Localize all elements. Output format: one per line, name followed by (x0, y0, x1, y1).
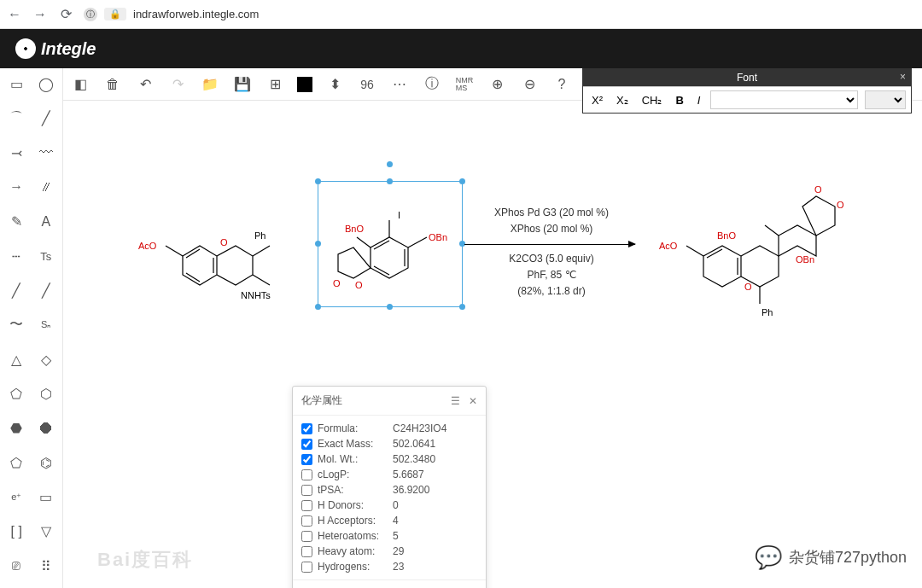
back-button[interactable]: ← (7, 7, 22, 22)
save-button[interactable]: 💾 (232, 74, 253, 95)
molecule-3[interactable]: AcO BnO OBn O Ph O O (652, 154, 874, 324)
property-value: 5 (393, 530, 399, 542)
property-row: Heteroatoms: 5 (301, 528, 477, 544)
bond1-tool[interactable]: ╱ (2, 277, 32, 305)
property-value: 5.6687 (393, 469, 424, 480)
font-panel-close[interactable]: × (900, 71, 906, 83)
canvas[interactable]: ◧ 🗑 ↶ ↷ 📁 💾 ⊞ ⬍ 96 ⋯ ⓘ NMRMS ⊕ ⊖ ? Font … (63, 68, 922, 588)
svg-text:NNHTs: NNHTs (241, 290, 271, 300)
fill-color-button[interactable] (297, 77, 312, 92)
hexagon-tool[interactable]: ⬡ (32, 380, 61, 408)
property-label: Heteroatoms: (318, 530, 388, 542)
forward-button[interactable]: → (32, 7, 48, 22)
heptagon-tool[interactable]: ⬣ (2, 414, 32, 442)
svg-text:AcO: AcO (138, 241, 157, 251)
benzene-tool[interactable]: ⌬ (32, 449, 61, 477)
dots-tool[interactable]: ⠿ (32, 552, 61, 580)
zoom-in-button[interactable]: ⊕ (487, 74, 507, 95)
info-icon: ⓘ (84, 8, 97, 21)
dash-tool[interactable]: ┄ (2, 242, 32, 271)
ch2-button[interactable]: CH₂ (639, 92, 666, 108)
property-row: Heavy atom: 29 (301, 544, 477, 559)
octagon-tool[interactable]: ⯃ (32, 414, 61, 442)
hatch-tool[interactable]: ⫽ (32, 173, 61, 201)
property-value: 0 (393, 499, 399, 511)
logo-icon (15, 38, 36, 59)
property-row: tPSA: 36.9200 (301, 482, 477, 498)
bond2-tool[interactable]: ╱ (32, 277, 61, 305)
property-checkbox[interactable] (301, 469, 312, 480)
trash-button[interactable]: 🗑 (102, 74, 123, 95)
property-value: 23 (393, 561, 404, 573)
url-bar[interactable]: ⓘ 🔒 indrawforweb.integle.com (84, 8, 915, 21)
font-size-select[interactable] (865, 90, 906, 109)
property-value: 4 (393, 515, 399, 527)
pentagon2-tool[interactable]: ⬠ (2, 449, 32, 477)
reaction-arrow[interactable] (464, 244, 635, 245)
diamond-tool[interactable]: ◇ (32, 346, 61, 374)
property-checkbox[interactable] (301, 439, 312, 450)
arrow-tool[interactable]: → (2, 173, 32, 201)
info-button[interactable]: ⓘ (422, 74, 442, 95)
svg-text:I: I (398, 210, 400, 220)
triangle-tool[interactable]: △ (2, 346, 32, 374)
reload-button[interactable]: ⟳ (58, 7, 73, 22)
property-checkbox[interactable] (301, 562, 312, 573)
property-value: C24H23IO4 (393, 422, 446, 434)
property-row: Exact Mass: 502.0641 (301, 436, 477, 451)
properties-menu-icon[interactable]: ☰ (451, 395, 460, 407)
property-label: H Acceptors: (318, 515, 388, 527)
wavy-tool[interactable]: 〰 (32, 139, 61, 167)
sn-tool[interactable]: Sₙ (32, 311, 61, 339)
lasso-tool[interactable]: ◯ (32, 70, 61, 98)
charge-tool[interactable]: e⁺ (2, 483, 32, 511)
line-tool[interactable]: ╱ (32, 104, 61, 132)
svg-text:O: O (814, 184, 822, 195)
funnel-tool[interactable]: ▽ (32, 517, 61, 545)
open-button[interactable]: 📁 (200, 74, 220, 95)
pen-tool[interactable]: ✎ (2, 207, 32, 236)
arc-tool[interactable]: ⌒ (2, 104, 32, 132)
properties-close-icon[interactable]: ✕ (469, 395, 477, 407)
zoom-level[interactable]: 96 (357, 74, 377, 95)
property-checkbox[interactable] (301, 423, 312, 434)
molecule-1[interactable]: Ph O AcO NNHTs (131, 179, 285, 307)
property-checkbox[interactable] (301, 454, 312, 465)
superscript-button[interactable]: X² (588, 92, 606, 108)
more-button[interactable]: ⋯ (389, 74, 410, 95)
help-button[interactable]: ? (551, 74, 572, 95)
font-family-select[interactable] (710, 90, 858, 109)
bracket-tool[interactable]: [ ] (2, 517, 32, 545)
zoom-out-button[interactable]: ⊖ (519, 74, 540, 95)
redo-button[interactable]: ↷ (167, 74, 188, 95)
font-panel: Font × X² X₂ CH₂ B I (582, 68, 912, 114)
align-button[interactable]: ⬍ (324, 74, 345, 95)
bold-button[interactable]: B (672, 92, 686, 108)
property-row: Hydrogens: 23 (301, 559, 477, 574)
svg-text:BnO: BnO (345, 224, 364, 234)
eraser-button[interactable]: ◧ (70, 74, 90, 95)
nmr-button[interactable]: NMRMS (454, 74, 475, 95)
select-rect-tool[interactable]: ▭ (2, 70, 32, 98)
subscript-button[interactable]: X₂ (613, 92, 632, 108)
property-checkbox[interactable] (301, 531, 312, 542)
camera-tool[interactable]: ⎚ (2, 552, 32, 580)
pentagon-tool[interactable]: ⬠ (2, 380, 32, 408)
svg-text:O: O (837, 200, 844, 210)
merge-tool[interactable]: ⤙ (2, 139, 32, 167)
grid-button[interactable]: ⊞ (265, 74, 285, 95)
italic-button[interactable]: I (694, 92, 704, 108)
property-checkbox[interactable] (301, 515, 312, 527)
property-checkbox[interactable] (301, 500, 312, 511)
brand-logo: Integle (15, 38, 96, 59)
rect-tool[interactable]: ▭ (32, 483, 61, 511)
wechat-icon: 💬 (755, 544, 782, 571)
chain-tool[interactable]: 〜 (2, 311, 32, 339)
text-tool[interactable]: A (32, 207, 61, 236)
undo-button[interactable]: ↶ (135, 74, 155, 95)
svg-text:O: O (220, 237, 228, 247)
ts-tool[interactable]: Ts (32, 242, 61, 271)
molecule-2[interactable]: BnO I OBn O O (319, 188, 464, 307)
property-checkbox[interactable] (301, 546, 312, 557)
property-checkbox[interactable] (301, 485, 312, 496)
